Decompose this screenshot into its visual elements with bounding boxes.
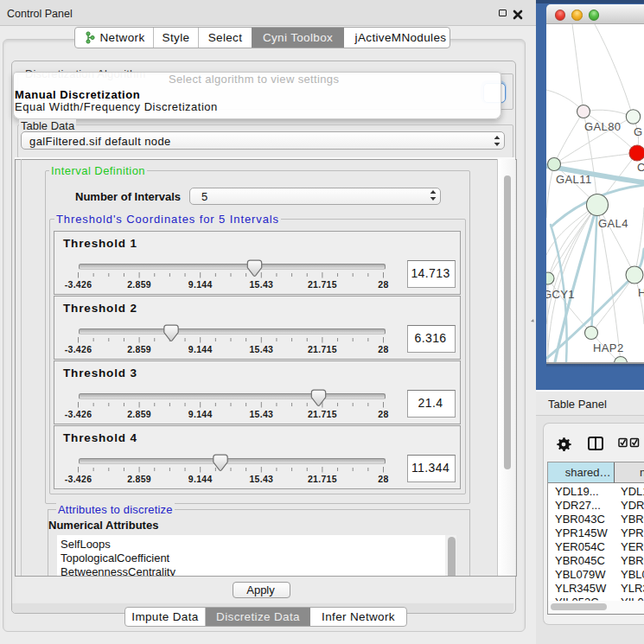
svg-text:H: H [638,286,644,299]
svg-text:C: C [637,161,644,174]
svg-text:GAL4: GAL4 [598,217,628,230]
svg-text:GCY1: GCY1 [546,288,575,301]
svg-text:HAP2: HAP2 [593,341,624,354]
svg-text:G: G [634,125,643,138]
svg-text:GAL80: GAL80 [584,120,621,133]
svg-text:GAL11: GAL11 [556,173,592,186]
